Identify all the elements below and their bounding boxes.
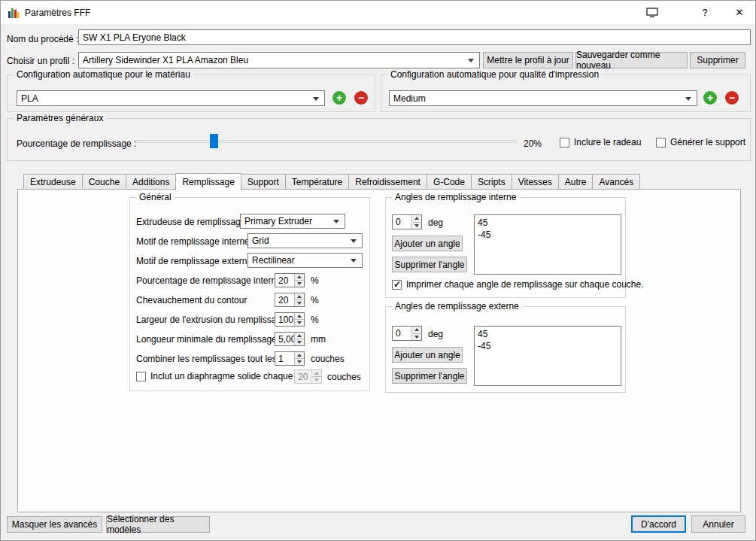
hide-advanced-button[interactable]: Masquer les avancés: [7, 516, 102, 533]
include-raft-checkbox[interactable]: Inclure le radeau: [560, 137, 641, 147]
internal-percent-unit: %: [311, 275, 319, 286]
external-angles-list[interactable]: 45 -45: [474, 326, 621, 386]
profile-label: Choisir un profil :: [7, 56, 74, 66]
spinner-up-icon[interactable]: [412, 215, 421, 223]
tab-scripts[interactable]: Scripts: [471, 174, 512, 190]
internal-angle-unit: deg: [428, 217, 443, 228]
spinner-down-icon[interactable]: [412, 223, 421, 229]
spinner-value: 0: [393, 327, 411, 340]
extrusion-width-spinner[interactable]: 100: [275, 312, 305, 327]
quality-combo[interactable]: Medium: [389, 90, 697, 106]
list-item[interactable]: -45: [478, 229, 618, 241]
checkbox-icon[interactable]: [560, 138, 569, 147]
external-pattern-combo[interactable]: Rectilinear: [247, 253, 363, 268]
combine-spinner[interactable]: 1: [275, 351, 305, 366]
spinner-up-icon[interactable]: [412, 327, 421, 334]
minus-icon: −: [358, 93, 364, 103]
tab-additions[interactable]: Additions: [126, 174, 176, 190]
help-button[interactable]: ?: [699, 7, 711, 18]
list-item[interactable]: -45: [478, 340, 618, 352]
internal-pattern-value: Grid: [252, 236, 269, 246]
diaphragm-checkbox[interactable]: Inclut un diaphragme solide chaque: [136, 371, 293, 381]
spinner-up-icon[interactable]: [295, 313, 304, 320]
internal-angles-title: Angles de remplissage interne: [392, 192, 519, 202]
general-settings-title: Paramètres généraux: [14, 113, 106, 123]
material-combo[interactable]: PLA: [17, 90, 325, 106]
tab-couche[interactable]: Couche: [82, 174, 126, 190]
fill-extruder-combo[interactable]: Primary Extruder: [240, 214, 345, 229]
monitor-icon[interactable]: [646, 8, 658, 18]
spinner-arrows: [294, 274, 304, 287]
remove-internal-angle-button[interactable]: Supprimer l'angle: [392, 257, 467, 272]
spinner-down-icon[interactable]: [295, 339, 304, 345]
internal-pattern-combo[interactable]: Grid: [247, 233, 363, 248]
remove-external-angle-button[interactable]: Supprimer l'angle: [392, 368, 467, 384]
tab-extrudeuse[interactable]: Extrudeuse: [23, 174, 83, 190]
auto-material-title: Configuration automatique pour le matéri…: [14, 69, 193, 80]
overlap-spinner[interactable]: 20: [275, 293, 305, 307]
external-angle-spinner[interactable]: 0: [392, 326, 422, 341]
add-material-button[interactable]: +: [332, 91, 346, 105]
spinner-up-icon[interactable]: [295, 352, 304, 359]
spinner-value: 0: [393, 215, 411, 229]
tab-gcode[interactable]: G-Code: [427, 174, 472, 190]
internal-percent-spinner[interactable]: 20: [275, 273, 305, 287]
slider-groove[interactable]: [135, 140, 517, 143]
checkbox-checked-icon[interactable]: [392, 280, 402, 290]
overlap-unit: %: [311, 295, 319, 305]
ok-button[interactable]: D'accord: [631, 515, 686, 533]
spinner-arrows: [294, 293, 304, 306]
external-angles-title: Angles de remplissage externe: [392, 301, 522, 312]
checkbox-icon[interactable]: [656, 138, 666, 147]
spinner-up-icon[interactable]: [295, 274, 304, 281]
list-item[interactable]: 45: [478, 328, 618, 340]
process-name-label: Nom du procédé :: [7, 34, 78, 44]
chevron-down-icon: [333, 220, 339, 223]
add-internal-angle-button[interactable]: Ajouter un angle: [392, 236, 463, 251]
plus-icon: +: [336, 93, 342, 103]
tab-autre[interactable]: Autre: [558, 174, 594, 190]
spinner-arrows: [411, 327, 421, 340]
spinner-value: 20: [275, 274, 294, 287]
spinner-down-icon[interactable]: [295, 359, 304, 365]
internal-angle-spinner[interactable]: 0: [392, 214, 422, 229]
tab-avances[interactable]: Avancés: [592, 174, 640, 190]
cancel-button[interactable]: Annuler: [691, 515, 745, 533]
generate-support-checkbox[interactable]: Générer le support: [656, 137, 745, 147]
tab-vitesses[interactable]: Vitesses: [512, 174, 559, 190]
update-profile-button[interactable]: Mettre le profil à jour: [483, 52, 573, 68]
checkbox-icon[interactable]: [136, 372, 146, 381]
external-angles-group: Angles de remplissage externe 0 deg Ajou…: [385, 306, 626, 393]
close-button[interactable]: ✕: [733, 7, 745, 18]
min-length-spinner[interactable]: 5,00: [275, 332, 305, 346]
spinner-down-icon[interactable]: [295, 320, 304, 326]
titlebar: Paramètres FFF ? ✕: [1, 1, 755, 24]
tab-support[interactable]: Support: [241, 174, 286, 190]
spinner-up-icon[interactable]: [295, 293, 304, 300]
material-combo-value: PLA: [21, 93, 38, 104]
add-quality-button[interactable]: +: [703, 91, 717, 105]
spinner-down-icon[interactable]: [412, 334, 421, 341]
profile-combo[interactable]: Artillery Sidewinder X1 PLA Amazon Bleu: [78, 52, 480, 68]
add-external-angle-button[interactable]: Ajouter un angle: [392, 347, 463, 363]
delete-profile-button[interactable]: Supprimer: [690, 52, 745, 68]
tab-remplissage[interactable]: Remplissage: [175, 173, 241, 190]
spinner-up-icon[interactable]: [295, 333, 304, 339]
diaphragm-unit: couches: [327, 372, 361, 382]
select-models-button[interactable]: Sélectionner des modèles: [106, 516, 210, 533]
spinner-value: 100: [275, 313, 294, 326]
process-name-input[interactable]: [78, 29, 751, 45]
remove-quality-button[interactable]: −: [725, 91, 739, 105]
save-as-new-button[interactable]: Sauvegarder comme nouveau: [575, 52, 688, 68]
remove-material-button[interactable]: −: [354, 91, 368, 105]
print-every-layer-checkbox[interactable]: Imprimer chaque angle de remplissage sur…: [392, 279, 644, 290]
spinner-down-icon[interactable]: [295, 300, 304, 306]
spinner-down-icon[interactable]: [295, 281, 304, 287]
list-item[interactable]: 45: [478, 217, 618, 229]
tab-refroidissement[interactable]: Refroidissement: [348, 174, 427, 190]
internal-angles-group: Angles de remplissage interne 0 deg Ajou…: [385, 197, 626, 298]
tab-temperature[interactable]: Température: [285, 174, 349, 190]
infill-slider[interactable]: [135, 134, 517, 149]
internal-angles-list[interactable]: 45 -45: [474, 214, 621, 275]
slider-thumb[interactable]: [210, 134, 218, 148]
